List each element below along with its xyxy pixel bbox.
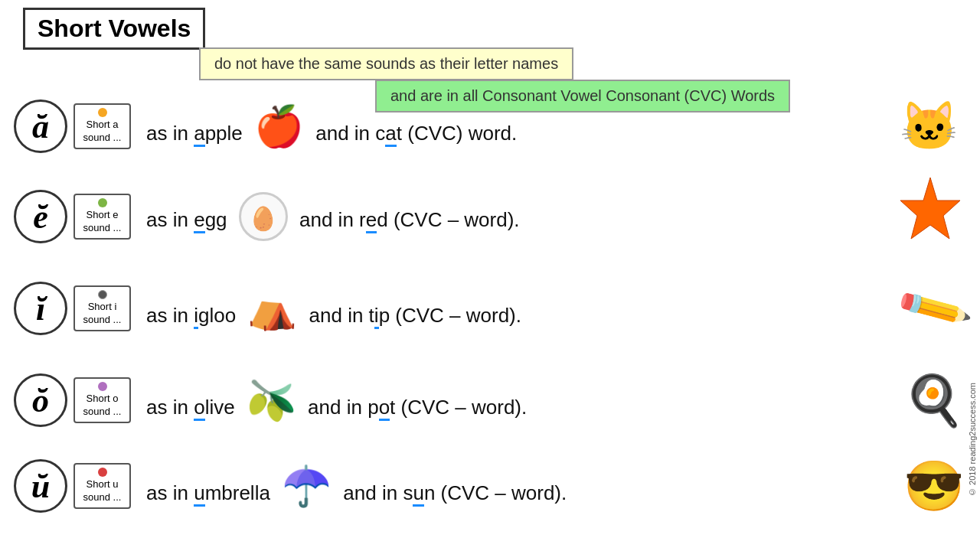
page-title: Short Vowels bbox=[23, 8, 205, 50]
row-text-a: as in apple 🍎 and in cat (CVC) word. bbox=[146, 103, 980, 150]
vowel-row-o: ŏ Short o sound ... as in olive 🫒 and in… bbox=[0, 373, 980, 427]
vowel-letter-i: ĭ bbox=[14, 282, 67, 335]
row-text-u: as in umbrella ☂️ and in sun (CVC – word… bbox=[146, 463, 980, 510]
pencil-illustration: ✏️ bbox=[893, 269, 975, 349]
vowel-letter-a: ă bbox=[14, 99, 67, 153]
cat-illustration: 🐱 bbox=[900, 99, 959, 154]
vowel-row-a: ă Short a sound ... as in apple 🍎 and in… bbox=[0, 99, 980, 153]
copyright: © 2018 reading2success.com bbox=[968, 383, 977, 497]
row-text-e: as in egg 🥚 and in red (CVC – word). bbox=[146, 192, 980, 241]
sound-btn-a[interactable]: Short a sound ... bbox=[74, 103, 131, 149]
vowel-letter-e: ĕ bbox=[14, 190, 67, 243]
svg-marker-0 bbox=[900, 178, 960, 239]
sound-btn-i[interactable]: Short i sound ... bbox=[74, 285, 131, 331]
vowel-letter-o: ŏ bbox=[14, 373, 67, 427]
sun-illustration: 😎 bbox=[903, 458, 965, 515]
vowel-letter-u: ŭ bbox=[14, 459, 67, 513]
row-text-i: as in igloo ⛺ and in tip (CVC – word). bbox=[146, 285, 980, 332]
row-text-o: as in olive 🫒 and in pot (CVC – word). bbox=[146, 377, 980, 424]
pot-illustration: 🍳 bbox=[903, 372, 965, 429]
vowel-row-i: ĭ Short i sound ... as in igloo ⛺ and in… bbox=[0, 282, 980, 335]
subtitle1: do not have the same sounds as their let… bbox=[199, 47, 573, 80]
starburst-illustration bbox=[896, 176, 965, 257]
sound-btn-e[interactable]: Short e sound ... bbox=[74, 194, 131, 240]
vowel-row-e: ĕ Short e sound ... as in egg 🥚 and in r… bbox=[0, 190, 980, 243]
vowel-row-u: ŭ Short u sound ... as in umbrella ☂️ an… bbox=[0, 459, 980, 513]
sound-btn-u[interactable]: Short u sound ... bbox=[74, 463, 131, 509]
sound-btn-o[interactable]: Short o sound ... bbox=[74, 377, 131, 423]
